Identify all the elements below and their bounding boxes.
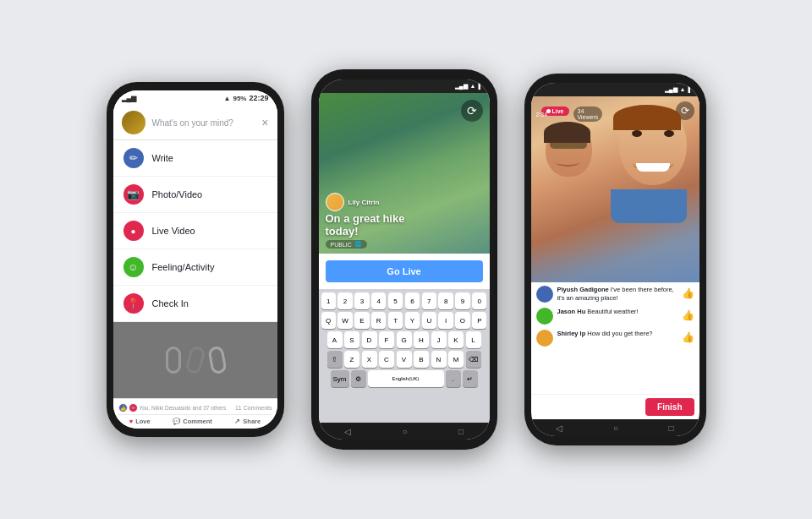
kb-key-k[interactable]: K (448, 331, 464, 348)
phones-container: ▂▄▆ ▲ 95% 22:29 What's on your mind? × ✏… (107, 69, 706, 450)
kb-sym-key[interactable]: Sym (331, 370, 349, 387)
menu-item-photo[interactable]: 📷 Photo/Video (113, 177, 277, 213)
kb-period-key[interactable]: . (446, 370, 461, 387)
finish-button[interactable]: Finish (645, 398, 694, 416)
user-avatar (122, 111, 145, 134)
p2-keyboard: 1 2 3 4 5 6 7 8 9 0 Q W E R T Y (319, 289, 490, 423)
kb-key-x[interactable]: X (362, 351, 377, 368)
flip-camera-button[interactable]: ⟳ (461, 100, 483, 122)
comment-3: Shirley Ip How did you get there? 👍 (536, 330, 694, 347)
comment-text-2: Jason Hu Beautiful weather! (557, 308, 678, 316)
share-button[interactable]: ↗ Share (234, 418, 261, 425)
kb-key-v[interactable]: V (397, 351, 412, 368)
p3-status-icons: ▂▄▆ ▲ ▌ (665, 86, 693, 93)
p3-finish-row: Finish (531, 394, 700, 419)
phone-3: ▂▄▆ ▲ ▌ Live 34 Viewers 2:34 ⟳ (524, 74, 706, 445)
kb-key-i[interactable]: I (438, 312, 453, 329)
p3-back-nav[interactable]: ◁ (556, 423, 562, 433)
kb-key-e[interactable]: E (354, 312, 369, 329)
feeling-icon: ☺ (123, 257, 144, 277)
kb-key-f[interactable]: F (379, 331, 394, 348)
kb-enter-key[interactable]: ↵ (463, 370, 478, 387)
kb-key-4[interactable]: 4 (371, 292, 386, 309)
kb-shift-key[interactable]: ⇧ (327, 351, 343, 368)
p3-battery: ▌ (689, 86, 693, 93)
kb-key-z[interactable]: Z (344, 351, 359, 368)
kb-key-w[interactable]: W (337, 312, 352, 329)
p2-globe-icon: 🌐 (354, 241, 362, 248)
what-on-mind[interactable]: What's on your mind? (152, 118, 255, 128)
like-outline-icon-3[interactable]: 👍 (682, 331, 694, 343)
p3-recents-nav[interactable]: □ (669, 423, 674, 433)
comment-button[interactable]: 💬 Comment (173, 418, 212, 425)
kb-key-c[interactable]: C (379, 351, 394, 368)
kb-key-1[interactable]: 1 (321, 292, 336, 309)
kb-key-7[interactable]: 7 (422, 292, 436, 309)
kb-key-h[interactable]: H (414, 331, 429, 348)
kb-backspace-key[interactable]: ⌫ (466, 351, 481, 368)
heart-action-icon: ♥ (129, 418, 133, 425)
kb-key-p[interactable]: P (472, 312, 486, 329)
kb-key-u[interactable]: U (422, 312, 436, 329)
p2-recents-nav[interactable]: □ (458, 427, 464, 436)
kb-key-8[interactable]: 8 (438, 292, 453, 309)
comment-1: Piyush Gadigone I've been there before, … (536, 286, 694, 303)
thumbs-up-icon: 👍 (118, 403, 128, 412)
kb-key-0[interactable]: 0 (472, 292, 486, 309)
write-icon: ✏ (123, 148, 144, 168)
phone-1: ▂▄▆ ▲ 95% 22:29 What's on your mind? × ✏… (107, 82, 284, 437)
comment-text-3: Shirley Ip How did you get there? (557, 330, 678, 338)
go-live-button[interactable]: Go Live (326, 260, 483, 282)
kb-key-a[interactable]: A (327, 331, 343, 348)
kb-key-6[interactable]: 6 (405, 292, 420, 309)
status-battery: 95% (233, 95, 246, 102)
p2-user-avatar (326, 193, 344, 211)
p2-home-nav[interactable]: ○ (402, 427, 407, 436)
menu-item-checkin[interactable]: 📍 Check In (113, 286, 277, 322)
status-bar-3: ▂▄▆ ▲ ▌ (531, 83, 700, 96)
menu-item-feeling[interactable]: ☺ Feeling/Activity (113, 249, 277, 286)
kb-key-t[interactable]: T (388, 312, 403, 329)
status-wifi: ▲ (224, 95, 231, 102)
p3-comments: Piyush Gadigone I've been there before, … (531, 282, 700, 394)
kb-key-m[interactable]: M (448, 351, 464, 368)
kb-key-q[interactable]: Q (321, 312, 336, 329)
kb-key-o[interactable]: O (455, 312, 469, 329)
like-outline-icon-2[interactable]: 👍 (682, 309, 694, 321)
menu-item-live[interactable]: ● Live Video (113, 213, 277, 249)
status-time: 22:29 (249, 94, 268, 102)
kb-key-j[interactable]: J (431, 331, 447, 348)
kb-key-9[interactable]: 9 (455, 292, 469, 309)
reactions-row: 👍 ❤ You, Nikki Desuasido and 37 others 1… (118, 402, 272, 414)
close-button[interactable]: × (261, 116, 268, 129)
kb-key-g[interactable]: G (397, 331, 412, 348)
p2-wifi: ▲ (470, 83, 476, 90)
kb-space-key[interactable]: English(UK) (368, 370, 444, 387)
p3-home-nav[interactable]: ○ (613, 423, 618, 433)
p2-public-label: PUBLIC (331, 242, 352, 248)
kb-gear-key[interactable]: ⚙ (351, 370, 366, 387)
p3-wifi: ▲ (680, 86, 686, 93)
kb-key-3[interactable]: 3 (354, 292, 369, 309)
status-bar-1: ▂▄▆ ▲ 95% 22:29 (113, 90, 277, 106)
kb-key-n[interactable]: N (431, 351, 447, 368)
love-label: Love (135, 418, 151, 425)
kb-key-5[interactable]: 5 (388, 292, 403, 309)
kb-key-y[interactable]: Y (405, 312, 420, 329)
menu-item-write[interactable]: ✏ Write (113, 140, 277, 177)
love-button[interactable]: ♥ Love (129, 418, 151, 425)
commenter-name-1: Piyush Gadigone (557, 286, 611, 293)
kb-key-b[interactable]: B (414, 351, 429, 368)
kb-key-d[interactable]: D (362, 331, 377, 348)
kb-key-s[interactable]: S (344, 331, 359, 348)
kb-key-r[interactable]: R (371, 312, 386, 329)
p2-back-nav[interactable]: ◁ (344, 427, 351, 436)
p1-menu: ✏ Write 📷 Photo/Video ● Live Video ☺ Fee… (113, 140, 277, 322)
kb-key-l[interactable]: L (466, 331, 481, 348)
p2-camera-view: ⟳ Lily Citrin On a great hike today! PUB… (319, 93, 490, 254)
p2-go-live-area: Go Live (319, 254, 490, 289)
live-icon: ● (123, 221, 144, 241)
live-label: Live Video (152, 226, 195, 236)
like-filled-icon-1[interactable]: 👍 (682, 287, 694, 299)
kb-key-2[interactable]: 2 (337, 292, 352, 309)
